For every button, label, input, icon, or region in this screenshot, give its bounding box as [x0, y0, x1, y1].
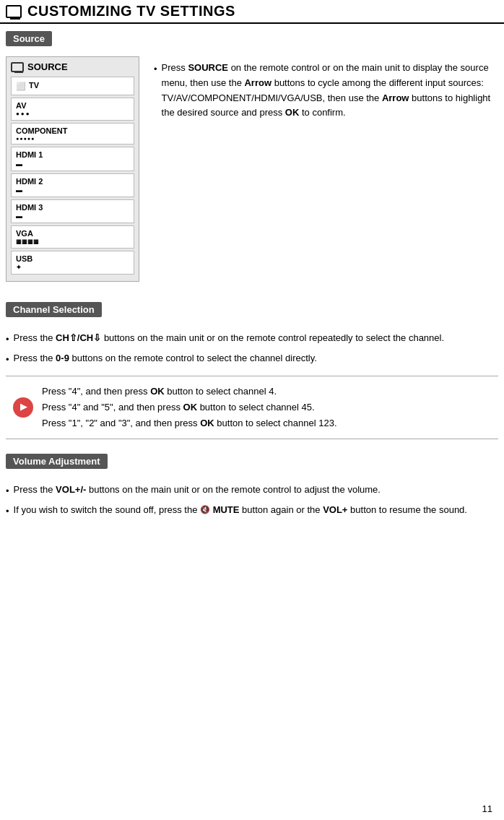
source-item-av[interactable]: AV ●●● — [11, 98, 134, 121]
bullet-dot-2: • — [6, 352, 9, 368]
component-circles-icon: ●●●●● — [16, 136, 68, 141]
source-item-component[interactable]: COMPONENT ●●●●● — [11, 123, 134, 144]
info-icon — [13, 397, 33, 418]
page-title: CUSTOMIZING TV SETTINGS — [27, 3, 235, 20]
source-item-hdmi3-label: HDMI 3 — [16, 203, 43, 212]
source-menu-tv-icon — [11, 62, 24, 72]
source-menu-title: SOURCE — [27, 61, 68, 72]
hdmi1-icon: ▬ — [16, 160, 43, 168]
page-header: CUSTOMIZING TV SETTINGS — [0, 0, 504, 24]
page-number: 11 — [482, 803, 492, 814]
tv-icon — [16, 82, 26, 91]
source-item-vga[interactable]: VGA ▦▦▦▦ — [11, 225, 134, 249]
source-item-hdmi2-label: HDMI 2 — [16, 177, 43, 186]
source-item-vga-label: VGA — [16, 229, 39, 238]
hdmi3-icon: ▬ — [16, 212, 43, 220]
bullet-dot-vol-1: • — [6, 483, 9, 499]
bullet-dot-1: • — [6, 332, 9, 348]
source-section-label-wrapper: Source — [0, 24, 504, 53]
source-label: Source — [6, 31, 52, 46]
bullet-dot: • — [154, 62, 157, 77]
tv-screen-icon — [6, 5, 22, 18]
info-box: Press "4", and then press OK button to s… — [6, 376, 498, 439]
volume-bullet-1: • Press the VOL+/- buttons on the main u… — [6, 482, 498, 499]
volume-bullet-2: • If you wish to switch the sound off, p… — [6, 502, 498, 519]
vga-icon: ▦▦▦▦ — [16, 238, 39, 245]
source-item-av-label: AV — [16, 101, 31, 111]
info-line-1: Press "4", and then press OK button to s… — [42, 384, 491, 400]
source-menu-header: SOURCE — [11, 61, 134, 72]
bullet-dot-vol-2: • — [6, 504, 9, 519]
info-line-3: Press "1", "2" and "3", and then press O… — [42, 415, 491, 431]
av-circles-icon: ●●● — [16, 111, 31, 117]
source-item-hdmi3[interactable]: HDMI 3 ▬ — [11, 199, 134, 223]
channel-text-2: Press the 0-9 buttons on the remote cont… — [14, 350, 317, 366]
volume-text-2: If you wish to switch the sound off, pre… — [14, 502, 467, 518]
source-item-hdmi1[interactable]: HDMI 1 ▬ — [11, 147, 134, 171]
source-item-hdmi1-label: HDMI 1 — [16, 150, 43, 160]
source-item-hdmi2[interactable]: HDMI 2 ▬ — [11, 173, 134, 197]
volume-text-1: Press the VOL+/- buttons on the main uni… — [14, 482, 381, 498]
channel-section: • Press the CH⇧/CH⇩ buttons on the main … — [0, 330, 504, 368]
hdmi2-icon: ▬ — [16, 186, 43, 194]
source-item-usb[interactable]: USB ✦ — [11, 251, 134, 275]
channel-text-1: Press the CH⇧/CH⇩ buttons on the main un… — [14, 330, 445, 346]
channel-selection-label: Channel Selection — [6, 302, 102, 317]
info-line-2: Press "4" and "5", and then press OK but… — [42, 400, 491, 415]
channel-section-label-wrapper: Channel Selection — [0, 295, 504, 324]
source-menu-panel: SOURCE TV AV ●●● COMPONENT ●●●●● HDMI 1 … — [6, 56, 139, 282]
volume-section-label-wrapper: Volume Adjustment — [0, 446, 504, 476]
volume-section: • Press the VOL+/- buttons on the main u… — [0, 482, 504, 519]
channel-bullet-2: • Press the 0-9 buttons on the remote co… — [6, 350, 498, 368]
source-description: • Press SOURCE on the remote control or … — [154, 56, 498, 282]
usb-icon: ✦ — [16, 264, 32, 271]
source-item-component-label: COMPONENT — [16, 126, 68, 136]
source-item-tv[interactable]: TV — [11, 77, 134, 95]
channel-bullet-1: • Press the CH⇧/CH⇩ buttons on the main … — [6, 330, 498, 348]
source-item-tv-label: TV — [29, 81, 39, 90]
source-description-text: Press SOURCE on the remote control or on… — [162, 61, 498, 121]
volume-adjustment-label: Volume Adjustment — [6, 454, 108, 469]
source-bullet: • Press SOURCE on the remote control or … — [154, 61, 498, 121]
source-item-usb-label: USB — [16, 254, 32, 264]
mute-icon: 🔇 — [200, 503, 210, 517]
source-section: SOURCE TV AV ●●● COMPONENT ●●●●● HDMI 1 … — [0, 56, 504, 282]
